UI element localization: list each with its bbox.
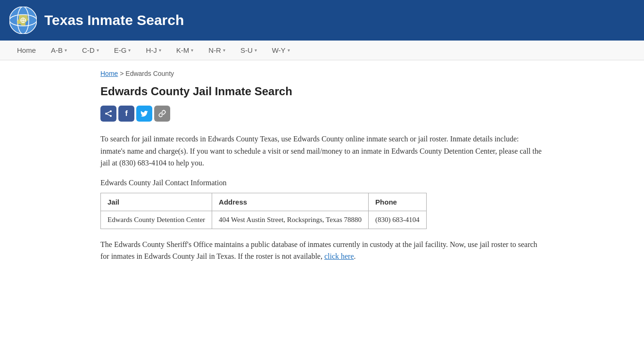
table-col-address: Address [212,193,369,211]
breadcrumb-current: Edwards County [125,70,174,77]
chevron-down-icon: ▾ [159,48,161,53]
social-share-buttons: f [100,106,544,122]
breadcrumb: Home > Edwards County [100,70,544,77]
table-col-phone: Phone [369,193,427,211]
table-cell-jail: Edwards County Detention Center [101,211,212,229]
twitter-button[interactable] [136,106,152,122]
nav-item-k-m[interactable]: K-M ▾ [169,41,201,60]
nav-item-n-r[interactable]: N-R ▾ [201,41,233,60]
footer-description: The Edwards County Sheriff's Office main… [100,239,544,263]
table-cell-phone: (830) 683-4104 [369,211,427,229]
site-header: Texas Inmate Search [0,0,644,41]
svg-line-10 [106,111,111,114]
table-header-row: Jail Address Phone [101,193,427,211]
page-title: Edwards County Jail Inmate Search [100,85,544,98]
site-logo [9,7,37,34]
nav-item-h-j[interactable]: H-J ▾ [138,41,168,60]
facebook-icon: f [125,109,128,118]
main-nav: HomeA-B ▾C-D ▾E-G ▾H-J ▾K-M ▾N-R ▾S-U ▾W… [0,41,644,60]
table-row: Edwards County Detention Center 404 West… [101,211,427,229]
footer-text-after: . [354,252,356,260]
chevron-down-icon: ▾ [288,48,290,53]
contact-heading: Edwards County Jail Contact Information [100,179,544,187]
jail-contact-table: Jail Address Phone Edwards County Detent… [100,193,427,229]
chevron-down-icon: ▾ [65,48,67,53]
copy-link-button[interactable] [154,106,170,122]
table-cell-address: 404 West Austin Street, Rocksprings, Tex… [212,211,369,229]
site-title: Texas Inmate Search [44,12,184,28]
breadcrumb-separator: > [120,70,125,77]
click-here-link[interactable]: click here [324,252,354,260]
main-content: Home > Edwards County Edwards County Jai… [86,60,558,272]
nav-item-a-b[interactable]: A-B ▾ [43,41,74,60]
breadcrumb-home-link[interactable]: Home [100,70,118,77]
chevron-down-icon: ▾ [223,48,225,53]
nav-item-home[interactable]: Home [9,41,43,60]
svg-line-11 [106,114,111,116]
chevron-down-icon: ▾ [97,48,99,53]
chevron-down-icon: ▾ [191,48,193,53]
footer-text-before: The Edwards County Sheriff's Office main… [100,240,537,261]
nav-item-w-y[interactable]: W-Y ▾ [264,41,297,60]
chevron-down-icon: ▾ [255,48,257,53]
description-text: To search for jail inmate records in Edw… [100,133,544,169]
nav-item-s-u[interactable]: S-U ▾ [233,41,264,60]
share-button[interactable] [100,106,116,122]
nav-item-e-g[interactable]: E-G ▾ [107,41,139,60]
nav-item-c-d[interactable]: C-D ▾ [74,41,107,60]
chevron-down-icon: ▾ [128,48,131,53]
table-col-jail: Jail [101,193,212,211]
facebook-button[interactable]: f [118,106,134,122]
